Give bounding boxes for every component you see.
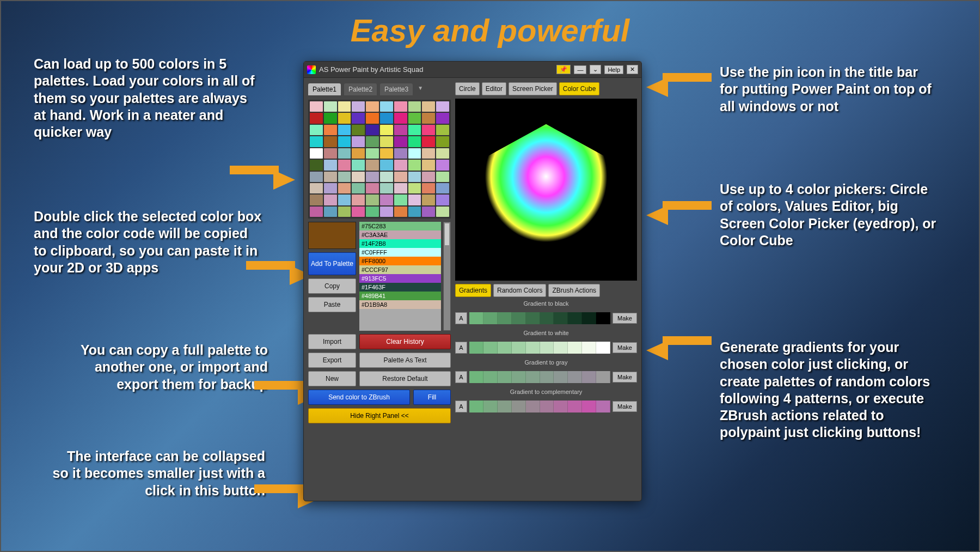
palette-swatch[interactable] xyxy=(422,160,435,170)
palette-swatch[interactable] xyxy=(324,101,337,112)
palette-swatch[interactable] xyxy=(422,101,435,112)
palette-swatch[interactable] xyxy=(408,113,421,123)
palette-swatch[interactable] xyxy=(422,136,435,147)
palette-swatch[interactable] xyxy=(324,136,337,147)
history-item[interactable]: #FF8000 xyxy=(359,257,441,265)
import-button[interactable]: Import xyxy=(308,334,356,349)
restore-default-button[interactable]: Restore Default xyxy=(359,371,451,386)
palette-swatch[interactable] xyxy=(324,125,337,135)
palette-swatch[interactable] xyxy=(366,101,379,112)
palette-swatch[interactable] xyxy=(352,172,365,182)
palette-swatch[interactable] xyxy=(436,101,449,112)
palette-swatch[interactable] xyxy=(436,125,449,135)
palette-swatch[interactable] xyxy=(310,125,323,135)
history-item[interactable]: #CCCF97 xyxy=(359,265,441,274)
palette-swatch[interactable] xyxy=(352,195,365,205)
palette-swatch[interactable] xyxy=(338,101,351,112)
new-button[interactable]: New xyxy=(308,371,356,386)
palette-swatch[interactable] xyxy=(394,172,407,182)
palette-swatch[interactable] xyxy=(338,148,351,159)
palette-swatch[interactable] xyxy=(310,172,323,182)
gradient-make-button[interactable]: Make xyxy=(612,313,637,324)
palette-swatch[interactable] xyxy=(380,172,393,182)
palette-swatch[interactable] xyxy=(436,183,449,193)
palette-swatch[interactable] xyxy=(310,148,323,159)
gradient-bar[interactable] xyxy=(469,401,610,413)
close-button[interactable]: ✕ xyxy=(627,65,638,74)
picker-tab-screen[interactable]: Screen Picker xyxy=(509,82,557,95)
palette-swatch[interactable] xyxy=(366,148,379,159)
send-to-zbrush-button[interactable]: Send color to ZBrush xyxy=(308,390,410,405)
palette-swatch[interactable] xyxy=(338,136,351,147)
palette-swatch[interactable] xyxy=(324,195,337,205)
palette-swatch[interactable] xyxy=(380,136,393,147)
palette-swatch[interactable] xyxy=(324,113,337,123)
palette-swatch[interactable] xyxy=(394,207,407,217)
palette-as-text-button[interactable]: Palette As Text xyxy=(359,353,451,368)
copy-button[interactable]: Copy xyxy=(308,278,356,294)
palette-swatch[interactable] xyxy=(408,172,421,182)
gradient-a-button[interactable]: A xyxy=(455,401,467,413)
palette-swatch[interactable] xyxy=(352,125,365,135)
palette-swatch[interactable] xyxy=(366,207,379,217)
palette-swatch[interactable] xyxy=(408,183,421,193)
picker-tab-cube[interactable]: Color Cube xyxy=(559,82,600,95)
gradient-bar[interactable] xyxy=(469,371,610,383)
palette-swatch[interactable] xyxy=(380,183,393,193)
palette-swatch[interactable] xyxy=(310,195,323,205)
palette-swatch[interactable] xyxy=(380,160,393,170)
palette-swatch[interactable] xyxy=(408,101,421,112)
palette-swatch[interactable] xyxy=(394,160,407,170)
palette-swatch[interactable] xyxy=(408,195,421,205)
palette-swatch[interactable] xyxy=(310,136,323,147)
palette-swatch[interactable] xyxy=(338,125,351,135)
palette-swatch[interactable] xyxy=(352,136,365,147)
palette-swatch[interactable] xyxy=(436,113,449,123)
gradient-make-button[interactable]: Make xyxy=(612,401,637,412)
palette-swatch[interactable] xyxy=(324,207,337,217)
tab-palette3[interactable]: Palette3 xyxy=(380,83,413,95)
palette-swatch[interactable] xyxy=(394,195,407,205)
palette-swatch[interactable] xyxy=(380,113,393,123)
picker-tab-editor[interactable]: Editor xyxy=(482,82,506,95)
gradient-make-button[interactable]: Make xyxy=(612,372,637,383)
palette-swatch[interactable] xyxy=(394,183,407,193)
palette-swatch[interactable] xyxy=(310,183,323,193)
palette-swatch[interactable] xyxy=(352,160,365,170)
palette-swatch[interactable] xyxy=(422,183,435,193)
palette-swatch[interactable] xyxy=(324,148,337,159)
gradient-a-button[interactable]: A xyxy=(455,342,467,354)
palette-swatch[interactable] xyxy=(366,172,379,182)
palette-swatch[interactable] xyxy=(436,136,449,147)
palette-swatch[interactable] xyxy=(352,207,365,217)
palette-swatch[interactable] xyxy=(380,207,393,217)
palette-swatch[interactable] xyxy=(408,148,421,159)
palette-swatch[interactable] xyxy=(394,125,407,135)
palette-swatch[interactable] xyxy=(324,172,337,182)
palette-swatch[interactable] xyxy=(366,183,379,193)
clear-history-button[interactable]: Clear History xyxy=(359,334,451,349)
history-item[interactable]: #C3A3AE xyxy=(359,230,441,239)
palette-swatch[interactable] xyxy=(310,101,323,112)
selected-color-box[interactable] xyxy=(308,222,356,249)
paste-button[interactable]: Paste xyxy=(308,297,356,312)
palette-swatch[interactable] xyxy=(422,195,435,205)
palette-swatch[interactable] xyxy=(436,160,449,170)
history-item[interactable]: #489B41 xyxy=(359,292,441,300)
fill-button[interactable]: Fill xyxy=(413,390,451,405)
add-to-palette-button[interactable]: Add To Palette xyxy=(308,252,356,275)
palette-swatch[interactable] xyxy=(408,160,421,170)
palette-swatch[interactable] xyxy=(352,148,365,159)
history-item[interactable]: #913FC5 xyxy=(359,274,441,283)
history-item[interactable]: #75C283 xyxy=(359,222,441,230)
history-item[interactable]: #1F463F xyxy=(359,283,441,292)
gradient-a-button[interactable]: A xyxy=(455,312,467,324)
palette-swatch[interactable] xyxy=(422,172,435,182)
history-list[interactable]: #75C283#C3A3AE#14F2B8#C0FFFF#FF8000#CCCF… xyxy=(359,222,441,331)
palette-swatch[interactable] xyxy=(436,195,449,205)
palette-swatch[interactable] xyxy=(394,136,407,147)
palette-swatch[interactable] xyxy=(394,113,407,123)
palette-swatch[interactable] xyxy=(366,160,379,170)
history-item[interactable]: #C0FFFF xyxy=(359,248,441,257)
palette-swatch[interactable] xyxy=(338,160,351,170)
